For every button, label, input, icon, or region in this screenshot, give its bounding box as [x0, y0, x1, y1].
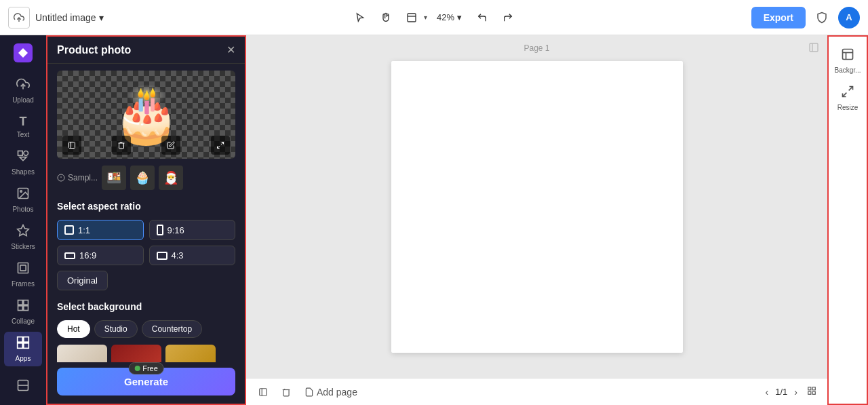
sidebar-item-stickers[interactable]: Stickers: [4, 220, 42, 254]
sidebar-item-frames[interactable]: Frames: [4, 257, 42, 292]
toolbar: Untitled image ▾ ▾ 42% ▾: [0, 0, 868, 35]
svg-rect-11: [18, 263, 28, 273]
panel-header: Product photo ✕: [47, 37, 245, 64]
sidebar-item-label-upload: Upload: [12, 96, 34, 104]
zoom-level: 42%: [437, 12, 454, 22]
add-page-button[interactable]: Add page: [300, 384, 361, 400]
right-item-label-resize: Resize: [837, 104, 859, 111]
export-button[interactable]: Export: [751, 7, 806, 28]
sidebar-item-text[interactable]: T Text: [4, 111, 42, 142]
wide-icon: [157, 252, 167, 260]
bg-tab-countertop[interactable]: Countertop: [142, 320, 202, 338]
bg-thumb-1[interactable]: [57, 345, 107, 362]
download-page-button[interactable]: [254, 385, 272, 400]
svg-rect-5: [18, 151, 23, 156]
sidebar-item-label-text: Text: [17, 131, 29, 138]
edit-button[interactable]: [161, 136, 180, 155]
generate-btn-container: Free Generate: [47, 362, 245, 404]
panel-content: 🎂: [47, 64, 245, 362]
sidebar-item-label-frames: Frames: [12, 280, 35, 288]
aspect-ratio-1-1[interactable]: 1:1: [57, 220, 144, 240]
toolbar-center: ▾ 42% ▾: [224, 7, 644, 28]
logo[interactable]: [11, 41, 35, 65]
bg-tab-studio[interactable]: Studio: [94, 320, 138, 338]
svg-marker-10: [18, 225, 29, 236]
stickers-icon: [16, 224, 30, 241]
bg-thumb-3[interactable]: [165, 345, 216, 362]
redo-button[interactable]: [497, 7, 519, 28]
sidebar-item-label-collage: Collage: [12, 317, 35, 325]
cloud-upload-icon[interactable]: [8, 7, 30, 28]
user-avatar[interactable]: A: [838, 7, 860, 28]
undo-button[interactable]: [471, 7, 493, 28]
background-title: Select background: [57, 301, 235, 312]
sidebar-item-label-shapes: Shapes: [12, 168, 35, 176]
svg-rect-17: [18, 337, 23, 343]
sidebar-item-photos[interactable]: Photos: [4, 182, 42, 217]
zoom-button[interactable]: 42% ▾: [431, 9, 467, 25]
canvas-page: Page 1: [246, 35, 827, 378]
frames-icon: [16, 261, 30, 278]
panel-close-button[interactable]: ✕: [226, 43, 235, 56]
shield-icon[interactable]: [811, 7, 833, 28]
aspect-ratio-9-16[interactable]: 9:16: [149, 220, 236, 240]
sidebar-item-shapes[interactable]: Shapes: [4, 145, 42, 180]
collage-icon: [16, 298, 30, 315]
add-page-label: Add page: [317, 387, 357, 398]
toolbar-right: Export A: [650, 7, 860, 28]
free-label: Free: [142, 364, 158, 372]
hand-tool-button[interactable]: [375, 7, 397, 28]
sidebar-item-collage[interactable]: Collage: [4, 294, 42, 329]
original-button[interactable]: Original: [57, 271, 108, 290]
square-icon: [64, 225, 74, 235]
svg-rect-34: [808, 387, 811, 390]
aspect-ratio-16-9[interactable]: 16:9: [57, 246, 144, 265]
white-canvas: [391, 61, 683, 353]
text-icon: T: [20, 115, 27, 129]
svg-rect-18: [24, 337, 29, 343]
svg-rect-1: [408, 14, 416, 22]
page-nav: ‹ 1/1 ›: [763, 383, 819, 400]
aspect-ratio-grid: 1:1 9:16 16:9 4:3: [57, 220, 235, 265]
svg-rect-32: [260, 388, 267, 396]
bg-thumb-2[interactable]: [111, 345, 161, 362]
sidebar-item-grid[interactable]: [4, 374, 42, 400]
shapes-icon: [16, 149, 30, 166]
sidebar-item-upload[interactable]: Upload: [4, 73, 42, 108]
page-options-icon[interactable]: [808, 42, 819, 55]
sidebar-item-apps[interactable]: Apps: [4, 332, 42, 366]
bg-thumbnails: [57, 345, 235, 362]
delete-page-button[interactable]: [277, 385, 295, 400]
svg-point-9: [20, 191, 22, 193]
delete-button[interactable]: [112, 136, 131, 155]
layout-button[interactable]: [401, 7, 422, 28]
aspect-label-16-9: 16:9: [79, 250, 96, 261]
svg-rect-13: [18, 301, 23, 305]
bottom-bar: Add page ‹ 1/1 ›: [246, 378, 827, 405]
sample-thumb-3[interactable]: 🎅: [159, 166, 183, 190]
right-item-resize[interactable]: Resize: [830, 81, 865, 115]
grid-view-button[interactable]: [804, 383, 819, 400]
svg-rect-23: [69, 142, 75, 149]
ai-expand-button[interactable]: [62, 136, 81, 155]
preview-actions: [57, 136, 235, 155]
right-item-background[interactable]: Backgr...: [830, 43, 865, 78]
sample-thumb-1[interactable]: 🍱: [102, 166, 126, 190]
bg-tab-hot[interactable]: Hot: [57, 320, 90, 338]
fullscreen-button[interactable]: [211, 136, 230, 155]
svg-rect-35: [812, 387, 815, 390]
right-sidebar: Backgr... Resize: [827, 35, 868, 405]
prev-page-button[interactable]: ‹: [763, 384, 772, 400]
select-tool-button[interactable]: [349, 7, 371, 28]
document-title-button[interactable]: Untitled image ▾: [35, 12, 104, 23]
layout-dropdown-icon: ▾: [424, 14, 427, 21]
photos-icon: [16, 187, 30, 204]
aspect-label-1-1: 1:1: [78, 225, 90, 235]
upload-icon: [16, 77, 30, 94]
aspect-ratio-title: Select aspect ratio: [57, 201, 235, 212]
aspect-ratio-4-3[interactable]: 4:3: [149, 246, 236, 265]
sample-label[interactable]: Sampl...: [57, 173, 98, 182]
next-page-button[interactable]: ›: [791, 384, 800, 400]
sample-thumb-2[interactable]: 🧁: [130, 166, 155, 190]
landscape-icon: [64, 252, 75, 259]
